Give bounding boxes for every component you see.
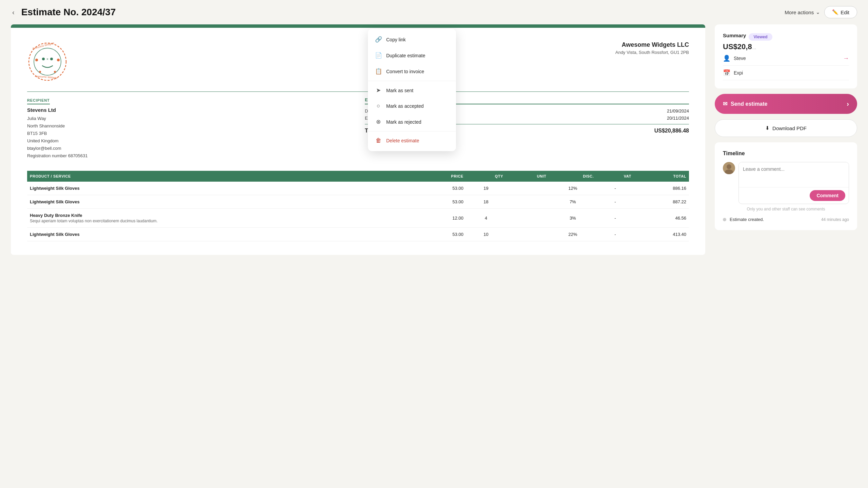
edit-icon: ✏️ [832,9,839,15]
recipient-address: Julia Way North Shannonside BT15 3FB Uni… [27,115,351,160]
col-vat: VAT [596,171,634,182]
back-button[interactable]: ‹ [11,7,16,18]
dropdown-icon-mark-sent: ➤ [375,87,382,94]
recipient-label: RECIPIENT [27,98,50,104]
cell-unit [506,227,549,241]
comment-footer: Comment [739,187,849,204]
col-total: TOTAL [634,171,689,182]
svg-point-3 [50,58,53,60]
col-product: PRODUCT / SERVICE [27,171,414,182]
timeline-section: Timeline Comment Only you and other staf… [715,142,857,230]
sidebar: Summary Viewed US$20,8… 👤 Steve → 📅 Expi… [715,24,857,255]
divider-1 [27,92,689,92]
company-address: Andy Vista, South Rossfort, GU1 2PB [615,50,689,55]
doc-info-row: RECIPIENT Stevens Ltd Julia Way North Sh… [27,97,689,160]
dropdown-item-copy-link[interactable]: 🔗Copy link [368,32,456,47]
table-row: Heavy Duty Bronze Knife Sequi aperiam to… [27,208,689,227]
send-estimate-button[interactable]: ✉ Send estimate › [715,94,857,114]
green-bar [11,24,705,28]
table-row: Lightweight Silk Gloves 53.00 18 7% - 88… [27,195,689,208]
envelope-icon: ✉ [723,101,727,107]
dropdown-item-mark-accepted[interactable]: ○Mark as accepted [368,98,456,114]
comment-input[interactable] [739,162,849,186]
col-qty: QTY [466,171,506,182]
cell-disc: 22% [549,227,596,241]
cell-product: Lightweight Silk Gloves [27,182,414,195]
cell-qty: 18 [466,195,506,208]
recipient-block: RECIPIENT Stevens Ltd Julia Way North Sh… [27,97,351,160]
svg-point-6 [57,59,60,61]
comment-button[interactable]: Comment [810,190,845,201]
cell-unit [506,182,549,195]
table-row: Lightweight Silk Gloves 53.00 19 12% - 8… [27,182,689,195]
cell-vat: - [596,227,634,241]
person-icon: 👤 [723,55,730,62]
svg-point-8 [54,71,56,73]
cell-unit [506,195,549,208]
download-icon: ⬇ [765,125,770,131]
company-logo: × Awesome Widgets Awesome Widgets [27,41,68,82]
dropdown-icon-mark-rejected: ⊗ [375,118,382,125]
cell-vat: - [596,182,634,195]
more-actions-button[interactable]: More actions ⌄ [785,9,820,15]
svg-text:×: × [46,57,48,61]
svg-point-7 [39,71,41,73]
summary-title: Summary [723,33,746,38]
header-actions: More actions ⌄ ✏️ Edit [785,6,857,18]
document-area: × Awesome Widgets Awesome Widgets Awesom… [11,24,705,255]
document-body: × Awesome Widgets Awesome Widgets Awesom… [11,28,705,255]
svg-point-12 [727,164,731,169]
comment-area: Comment [723,162,849,204]
line-items-table: PRODUCT / SERVICE PRICE QTY UNIT DISC. V… [27,171,689,241]
dropdown-item-mark-rejected[interactable]: ⊗Mark as rejected [368,114,456,130]
dropdown-item-mark-sent[interactable]: ➤Mark as sent [368,82,456,98]
cell-total: 413.40 [634,227,689,241]
col-disc: DISC. [549,171,596,182]
cell-disc: 3% [549,208,596,227]
cell-product: Lightweight Silk Gloves [27,195,414,208]
contact-row: 👤 Steve → [723,51,849,66]
download-pdf-button[interactable]: ⬇ Download PDF [715,119,857,137]
chevron-down-icon: ⌄ [816,9,820,15]
comment-hint: Only you and other staff can see comment… [723,207,849,211]
company-info: Awesome Widgets LLC Andy Vista, South Ro… [615,41,689,55]
dropdown-icon-mark-accepted: ○ [375,103,382,109]
svg-point-1 [34,48,61,75]
dropdown-icon-delete-estimate: 🗑 [375,137,382,144]
cell-price: 53.00 [414,182,466,195]
edit-button[interactable]: ✏️ Edit [824,6,857,18]
svg-point-2 [42,58,45,60]
dropdown-item-delete-estimate[interactable]: 🗑Delete estimate [368,133,456,148]
timeline-dot [723,218,726,221]
document-header: × Awesome Widgets Awesome Widgets Awesom… [27,41,689,82]
cell-disc: 7% [549,195,596,208]
cell-price: 53.00 [414,227,466,241]
arrow-icon: → [843,55,849,62]
cell-total: 886.16 [634,182,689,195]
dropdown-icon-copy-link: 🔗 [375,36,382,43]
summary-card: Summary Viewed US$20,8… 👤 Steve → 📅 Expi [715,24,857,88]
cell-product: Lightweight Silk Gloves [27,227,414,241]
cell-unit [506,208,549,227]
col-price: PRICE [414,171,466,182]
cell-price: 53.00 [414,195,466,208]
cell-disc: 12% [549,182,596,195]
company-name: Awesome Widgets LLC [615,41,689,48]
cell-qty: 4 [466,208,506,227]
page-title: Estimate No. 2024/37 [21,7,780,18]
dropdown-menu: 🔗Copy link📄Duplicate estimate📋Convert to… [368,29,456,151]
svg-text:Awesome Widgets: Awesome Widgets [35,75,58,80]
dropdown-item-convert-invoice[interactable]: 📋Convert to invoice [368,63,456,79]
calendar-icon: 📅 [723,69,730,77]
table-row: Lightweight Silk Gloves 53.00 10 22% - 4… [27,227,689,241]
cell-total: 46.56 [634,208,689,227]
dropdown-icon-duplicate: 📄 [375,52,382,59]
dropdown-icon-convert-invoice: 📋 [375,68,382,75]
comment-box: Comment [738,162,849,204]
timeline-entry-time: 44 minutes ago [821,217,849,222]
arrow-right-icon: › [847,100,849,108]
cell-qty: 19 [466,182,506,195]
cell-total: 887.22 [634,195,689,208]
dropdown-item-duplicate[interactable]: 📄Duplicate estimate [368,47,456,63]
cell-vat: - [596,195,634,208]
